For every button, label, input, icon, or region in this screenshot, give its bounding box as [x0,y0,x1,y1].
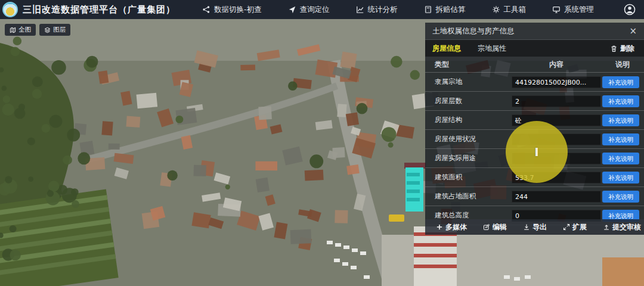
trash-icon [610,45,618,52]
export-button[interactable]: 导出 [519,222,550,233]
expand-icon [563,223,570,231]
main-nav: 数据切换-初查 查询定位 统计分析 拆赔估算 工具箱 系统管理 [202,4,644,15]
supplement-note-button[interactable]: 补充说明 [602,76,639,88]
nav-label: 数据切换-初查 [214,5,262,15]
row-label: 房屋结构 [425,116,512,125]
nav-label: 统计分析 [368,5,398,15]
table-row-floors: 房屋层数 2 补充说明 [425,92,644,111]
map-corner-building [602,257,644,286]
nav-label: 查询定位 [300,5,330,15]
nav-label: 系统管理 [564,5,594,15]
supplement-note-button[interactable]: 补充说明 [602,153,639,164]
panel-tabs: 房屋信息 宗地属性 删除 [425,40,644,57]
full-extent-label: 全图 [18,26,31,34]
map-bus [389,214,404,222]
map-garden-plots [0,189,119,286]
toolbar-label: 提交审核 [612,222,641,232]
share-network-icon [202,5,210,14]
edit-icon [483,223,490,231]
toolbar-label: 编辑 [493,222,507,232]
supplement-note-button[interactable]: 补充说明 [602,191,639,203]
nav-item-demolition-estimate[interactable]: 拆赔估算 [424,5,466,15]
col-header-content: 内容 [512,60,601,70]
row-value-field[interactable]: 砼 [512,114,601,126]
row-value-field[interactable]: 2 [512,95,601,107]
nav-item-system-admin[interactable]: 系统管理 [552,5,594,15]
row-value-field[interactable] [512,133,601,145]
table-row-footprint-area: 建筑占地面积 244 补充说明 [425,187,644,206]
row-label: 建筑总高度 [425,211,512,220]
table-header-row: 类型 内容 说明 [425,57,644,73]
submit-review-button[interactable]: 提交审核 [599,222,644,233]
panel-title: 土地权属信息与房产信息 [432,26,515,36]
property-info-panel: 土地权属信息与房产信息 × 房屋信息 宗地属性 删除 类型 内容 说明 隶属宗地… [425,23,644,219]
row-label: 房屋层数 [425,97,512,105]
row-label: 隶属宗地 [425,77,512,86]
panel-titlebar: 土地权属信息与房产信息 × [425,23,644,40]
export-icon [523,223,530,231]
row-label: 房屋实际用途 [425,154,512,163]
close-icon[interactable]: × [628,27,638,36]
row-value-field[interactable] [512,153,601,164]
table-row-parcel: 隶属宗地 441928015002JB00... 补充说明 [425,73,644,92]
row-value-field[interactable]: 533.7 [512,172,601,184]
toolbar-label: 导出 [532,222,547,232]
row-label: 建筑占地面积 [425,192,512,201]
table-row-usage-status: 房屋使用状况 补充说明 [425,130,644,149]
plus-icon [436,223,443,231]
multimedia-button[interactable]: 多媒体 [432,222,470,233]
calculator-icon [424,5,432,14]
gear-icon [492,5,500,14]
row-value-field[interactable]: 244 [512,191,601,203]
nav-item-statistics[interactable]: 统计分析 [356,5,398,15]
delete-label: 删除 [620,43,634,54]
edit-button[interactable]: 编辑 [479,222,510,233]
app-title: 三旧改造数据管理平台（广量集团） [23,4,175,15]
table-row-floor-area: 建筑面积 533.7 补充说明 [425,168,644,187]
supplement-note-button[interactable]: 补充说明 [602,172,639,184]
row-label: 建筑面积 [425,173,512,182]
row-value-field[interactable]: 441928015002JB00... [512,76,601,88]
expand-button[interactable]: 扩展 [559,222,590,233]
layers-icon [44,27,51,33]
tab-parcel-attributes[interactable]: 宗地属性 [478,43,506,54]
supplement-note-button[interactable]: 补充说明 [602,95,639,107]
nav-item-toolbox[interactable]: 工具箱 [492,5,527,15]
map-controls: 全图 图层 [5,24,70,36]
layers-label: 图层 [53,26,66,34]
nav-item-query-locate[interactable]: 查询定位 [288,5,330,15]
app-header: 三旧改造数据管理平台（广量集团） 数据切换-初查 查询定位 统计分析 拆赔估算 … [0,0,644,19]
table-row-actual-use: 房屋实际用途 补充说明 [425,149,644,168]
submit-icon [603,223,610,231]
panel-toolbar: 多媒体 编辑 导出 扩展 提交审核 审核意见 [425,219,644,235]
nav-label: 工具箱 [504,5,527,15]
tab-house-info[interactable]: 房屋信息 [432,43,461,54]
supplement-note-button[interactable]: 补充说明 [602,133,639,145]
map-icon [10,27,16,33]
full-extent-button[interactable]: 全图 [5,24,36,36]
nav-label: 拆赔估算 [436,5,466,15]
toolbar-label: 多媒体 [445,222,467,232]
layers-button[interactable]: 图层 [39,24,70,36]
toolbar-label: 扩展 [572,222,587,232]
col-header-type: 类型 [425,60,512,70]
nav-item-data-switch[interactable]: 数据切换-初查 [202,5,262,15]
table-row-structure: 房屋结构 砼 补充说明 [425,111,644,130]
monitor-icon [552,5,561,14]
supplement-note-button[interactable]: 补充说明 [602,114,639,126]
map-white-red-building [414,226,457,286]
navigation-icon [288,5,296,14]
row-label: 房屋使用状况 [425,135,512,144]
app-logo [2,2,18,17]
col-header-note: 说明 [601,60,644,70]
user-avatar-icon[interactable] [624,4,636,15]
line-chart-icon [356,5,364,14]
delete-button[interactable]: 删除 [606,43,638,54]
selected-building-highlight[interactable] [404,163,426,212]
